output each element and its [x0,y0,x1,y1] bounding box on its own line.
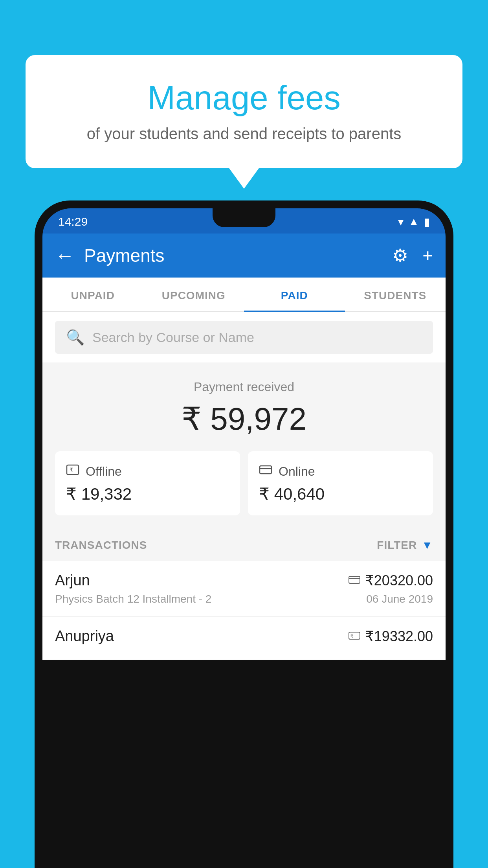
tabs: UNPAID UPCOMING PAID STUDENTS [42,278,446,312]
phone-inner: 14:29 ▾ ▲ ▮ ← Payments ⚙ + UNPAID UPCOMI… [42,208,446,868]
svg-rect-4 [349,576,360,583]
svg-text:₹: ₹ [350,634,353,638]
transaction-date: 06 June 2019 [366,593,433,605]
app-bar-title: Payments [84,245,392,266]
search-icon: 🔍 [66,329,84,346]
online-card: Online ₹ 40,640 [248,451,433,515]
offline-card-header: ₹ Offline [66,463,229,480]
tab-paid[interactable]: PAID [244,278,345,311]
online-card-header: Online [259,463,422,480]
transaction-amount-2: ₹19332.00 [365,628,433,645]
bubble-title: Manage fees [49,79,439,117]
transactions-label: TRANSACTIONS [55,539,147,552]
transaction-row[interactable]: Arjun ₹20320.00 Physics Batch 12 Install… [42,561,446,617]
back-button[interactable]: ← [55,244,75,267]
online-icon [259,463,272,480]
payment-amount: ₹ 59,972 [55,401,433,437]
status-icons: ▾ ▲ ▮ [398,215,430,228]
speech-bubble-wrapper: Manage fees of your students and send re… [26,55,462,168]
tab-upcoming[interactable]: UPCOMING [143,278,244,311]
filter-label: FILTER [377,539,417,552]
online-amount: ₹ 40,640 [259,484,422,504]
transaction-row[interactable]: Anupriya ₹ ₹19332.00 [42,617,446,660]
gear-icon[interactable]: ⚙ [392,245,408,266]
payment-cards: ₹ Offline ₹ 19,332 [42,451,446,530]
transaction-type-icon [349,574,360,587]
transactions-header: TRANSACTIONS FILTER ▼ [42,530,446,561]
offline-amount: ₹ 19,332 [66,484,229,504]
transaction-amount: ₹20320.00 [365,572,433,589]
svg-text:₹: ₹ [70,467,73,473]
transaction-bottom: Physics Batch 12 Installment - 2 06 June… [55,593,433,605]
filter-icon: ▼ [422,539,433,552]
offline-icon: ₹ [66,463,79,480]
transaction-detail: Physics Batch 12 Installment - 2 [55,593,211,605]
tab-students[interactable]: STUDENTS [345,278,446,311]
search-input-wrapper[interactable]: 🔍 Search by Course or Name [55,321,433,354]
app-bar: ← Payments ⚙ + [42,234,446,278]
battery-icon: ▮ [424,215,430,228]
status-time: 14:29 [58,215,88,228]
transaction-amount-wrapper: ₹20320.00 [349,572,433,589]
payment-received-label: Payment received [55,380,433,394]
bubble-subtitle: of your students and send receipts to pa… [49,125,439,143]
wifi-icon: ▾ [398,215,404,228]
svg-rect-2 [260,466,272,474]
tab-unpaid[interactable]: UNPAID [42,278,143,311]
content-area: 🔍 Search by Course or Name Payment recei… [42,312,446,660]
transaction-top-2: Anupriya ₹ ₹19332.00 [55,628,433,645]
transaction-type-icon-2: ₹ [349,630,360,643]
transaction-name-2: Anupriya [55,628,114,645]
app-bar-actions: ⚙ + [392,245,433,266]
payment-received-section: Payment received ₹ 59,972 [42,362,446,451]
online-label: Online [279,464,315,479]
phone-notch [213,208,275,227]
add-icon[interactable]: + [422,245,433,266]
offline-label: Offline [86,464,122,479]
search-input[interactable]: Search by Course or Name [92,330,254,345]
search-bar: 🔍 Search by Course or Name [42,312,446,362]
signal-icon: ▲ [408,215,419,228]
transaction-top: Arjun ₹20320.00 [55,572,433,589]
filter-button[interactable]: FILTER ▼ [377,539,433,552]
transaction-name: Arjun [55,572,90,589]
transaction-amount-wrapper-2: ₹ ₹19332.00 [349,628,433,645]
phone-frame: 14:29 ▾ ▲ ▮ ← Payments ⚙ + UNPAID UPCOMI… [35,200,453,868]
speech-bubble: Manage fees of your students and send re… [26,55,462,168]
offline-card: ₹ Offline ₹ 19,332 [55,451,240,515]
